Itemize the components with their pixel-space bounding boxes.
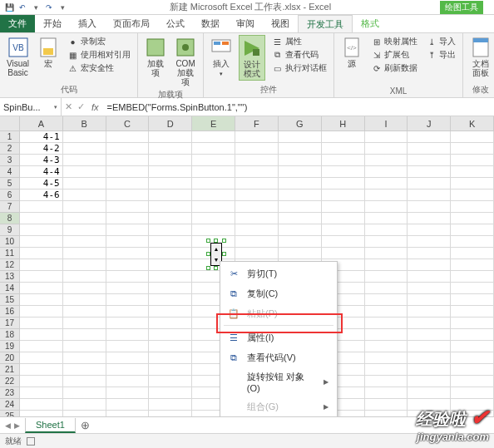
cell[interactable] — [408, 364, 451, 376]
cell[interactable] — [106, 213, 150, 224]
cell[interactable] — [408, 306, 451, 318]
cell[interactable] — [192, 143, 235, 155]
macros-button[interactable]: 宏 — [36, 35, 61, 70]
sheet-tab-sheet1[interactable]: Sheet1 — [25, 418, 76, 433]
cell[interactable] — [451, 341, 494, 352]
col-header[interactable]: H — [322, 116, 365, 130]
cell[interactable] — [20, 364, 63, 376]
cell[interactable] — [63, 306, 106, 318]
import-button[interactable]: ⤓导入 — [424, 35, 457, 48]
cell[interactable] — [63, 329, 106, 341]
cell[interactable] — [279, 155, 322, 166]
cell[interactable] — [235, 190, 279, 201]
cell[interactable] — [63, 259, 106, 271]
cell[interactable] — [279, 224, 322, 236]
cell[interactable] — [20, 236, 63, 248]
col-header[interactable]: B — [63, 116, 106, 130]
cell[interactable] — [322, 155, 365, 166]
row-header[interactable]: 21 — [0, 364, 20, 376]
tab-home[interactable]: 开始 — [35, 15, 70, 32]
cell[interactable] — [365, 190, 408, 201]
ctx-copy[interactable]: ⧉复制(C) — [220, 283, 337, 303]
row-header[interactable]: 2 — [0, 143, 20, 155]
formula-input[interactable]: =EMBED("Forms.SpinButton.1","") — [104, 102, 494, 112]
cell[interactable] — [20, 329, 63, 341]
cell[interactable] — [451, 213, 494, 224]
cell[interactable] — [149, 213, 192, 224]
col-header[interactable]: A — [20, 116, 63, 130]
cell[interactable] — [63, 213, 106, 224]
cell[interactable] — [365, 201, 408, 213]
cell[interactable] — [365, 329, 408, 341]
cell[interactable] — [106, 178, 150, 190]
cell[interactable] — [20, 259, 63, 271]
cell[interactable] — [235, 236, 279, 248]
cell[interactable] — [365, 399, 408, 411]
row-header[interactable]: 18 — [0, 329, 20, 341]
cell[interactable] — [408, 318, 451, 329]
cancel-formula-icon[interactable]: ✕ — [65, 101, 72, 112]
cell[interactable] — [149, 190, 192, 201]
chevron-down-icon[interactable]: ▾ — [54, 104, 57, 111]
cell[interactable] — [235, 155, 279, 166]
cell[interactable] — [20, 283, 63, 294]
cell[interactable] — [451, 201, 494, 213]
save-icon[interactable]: 💾 — [3, 2, 15, 13]
cell[interactable] — [106, 341, 150, 352]
cell[interactable] — [451, 190, 494, 201]
row-header[interactable]: 15 — [0, 294, 20, 306]
map-properties-button[interactable]: ⊞映射属性 — [369, 35, 419, 48]
cell[interactable] — [63, 399, 106, 411]
cell[interactable] — [322, 131, 365, 143]
cell[interactable] — [365, 248, 408, 259]
cell[interactable] — [192, 131, 235, 143]
cell[interactable] — [451, 294, 494, 306]
cell[interactable] — [365, 143, 408, 155]
cell[interactable] — [106, 143, 150, 155]
cell[interactable] — [192, 224, 235, 236]
cell[interactable] — [451, 259, 494, 271]
cell[interactable] — [408, 178, 451, 190]
cell[interactable] — [408, 155, 451, 166]
cell[interactable] — [20, 341, 63, 352]
cell[interactable] — [279, 178, 322, 190]
row-header[interactable]: 9 — [0, 224, 20, 236]
cell[interactable] — [149, 131, 192, 143]
cell[interactable] — [408, 143, 451, 155]
design-mode-button[interactable]: 设计模式 — [239, 35, 265, 81]
cell[interactable] — [365, 224, 408, 236]
cell[interactable] — [63, 376, 106, 387]
tab-review[interactable]: 审阅 — [228, 15, 263, 32]
row-header[interactable]: 8 — [0, 213, 20, 224]
col-header[interactable]: K — [451, 116, 494, 130]
cell[interactable] — [192, 201, 235, 213]
addins-button[interactable]: 加载项 — [143, 35, 168, 88]
ctx-view-code[interactable]: ⧉查看代码(V) — [220, 347, 337, 367]
cell[interactable] — [408, 352, 451, 364]
cell[interactable]: 4-6 — [20, 190, 63, 201]
cell[interactable] — [365, 166, 408, 178]
cell[interactable] — [20, 271, 63, 283]
cell[interactable] — [322, 224, 365, 236]
spin-up-icon[interactable]: ▲ — [211, 244, 221, 254]
cell[interactable] — [408, 376, 451, 387]
cell[interactable] — [322, 190, 365, 201]
cell[interactable] — [106, 201, 150, 213]
cell[interactable] — [149, 166, 192, 178]
cell[interactable] — [235, 224, 279, 236]
cell[interactable] — [63, 155, 106, 166]
cell[interactable] — [106, 166, 150, 178]
undo-dd[interactable]: ▾ — [30, 2, 42, 13]
cell[interactable] — [365, 318, 408, 329]
cell[interactable] — [365, 155, 408, 166]
source-button[interactable]: </> 源 — [339, 35, 364, 70]
cell[interactable] — [149, 376, 192, 387]
cell[interactable] — [149, 364, 192, 376]
cell[interactable] — [408, 166, 451, 178]
cell[interactable] — [279, 190, 322, 201]
row-header[interactable]: 22 — [0, 376, 20, 387]
ctx-spin-object[interactable]: 旋转按钮 对象(O)▶ — [220, 367, 337, 396]
cell[interactable] — [408, 190, 451, 201]
row-header[interactable]: 17 — [0, 318, 20, 329]
redo-dd[interactable]: ▾ — [57, 2, 68, 13]
